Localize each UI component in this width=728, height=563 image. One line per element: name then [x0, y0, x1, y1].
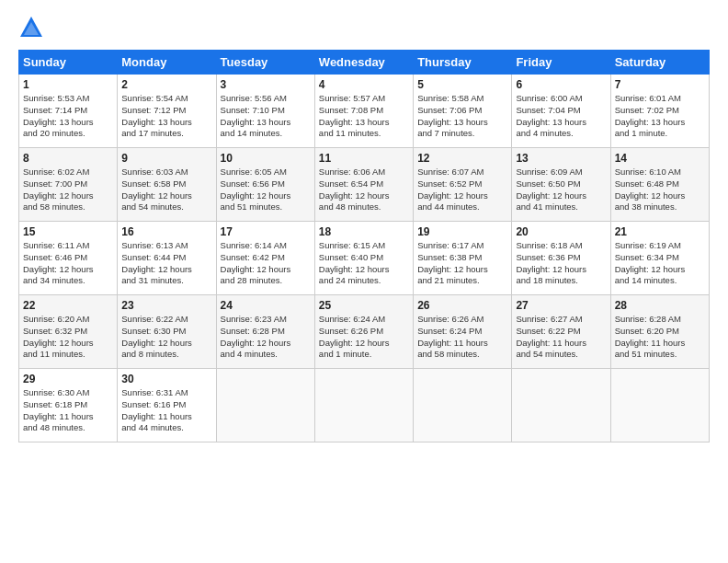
- day-number: 25: [319, 299, 409, 312]
- logo: [18, 15, 48, 40]
- calendar-cell: [314, 369, 413, 442]
- day-info: Sunrise: 6:03 AM Sunset: 6:58 PM Dayligh…: [121, 167, 211, 213]
- day-number: 10: [221, 152, 311, 165]
- calendar-cell: 20Sunrise: 6:18 AM Sunset: 6:36 PM Dayli…: [512, 222, 610, 295]
- calendar-cell: 24Sunrise: 6:23 AM Sunset: 6:28 PM Dayli…: [216, 295, 314, 369]
- day-info: Sunrise: 6:14 AM Sunset: 6:42 PM Dayligh…: [221, 240, 311, 287]
- calendar-week-row: 8Sunrise: 6:02 AM Sunset: 7:00 PM Daylig…: [19, 148, 710, 222]
- calendar-cell: 23Sunrise: 6:22 AM Sunset: 6:30 PM Dayli…: [118, 295, 216, 369]
- day-number: 22: [23, 299, 113, 312]
- day-info: Sunrise: 6:00 AM Sunset: 7:04 PM Dayligh…: [516, 93, 606, 140]
- day-number: 1: [23, 78, 113, 91]
- day-info: Sunrise: 6:17 AM Sunset: 6:38 PM Dayligh…: [417, 240, 507, 287]
- day-info: Sunrise: 6:09 AM Sunset: 6:50 PM Dayligh…: [516, 167, 606, 213]
- day-number: 3: [221, 78, 311, 91]
- calendar-cell: 3Sunrise: 5:56 AM Sunset: 7:10 PM Daylig…: [216, 75, 314, 148]
- day-number: 5: [417, 78, 507, 91]
- day-info: Sunrise: 6:18 AM Sunset: 6:36 PM Dayligh…: [516, 240, 606, 287]
- calendar-cell: 16Sunrise: 6:13 AM Sunset: 6:44 PM Dayli…: [118, 222, 216, 295]
- day-info: Sunrise: 6:22 AM Sunset: 6:30 PM Dayligh…: [121, 314, 211, 361]
- calendar-cell: [512, 369, 610, 442]
- calendar-cell: 15Sunrise: 6:11 AM Sunset: 6:46 PM Dayli…: [19, 222, 118, 295]
- calendar-cell: 1Sunrise: 5:53 AM Sunset: 7:14 PM Daylig…: [19, 75, 118, 148]
- logo-icon: [18, 15, 44, 40]
- day-number: 13: [516, 152, 606, 165]
- calendar-cell: 5Sunrise: 5:58 AM Sunset: 7:06 PM Daylig…: [414, 75, 512, 148]
- day-info: Sunrise: 6:24 AM Sunset: 6:26 PM Dayligh…: [319, 314, 409, 361]
- calendar-week-row: 15Sunrise: 6:11 AM Sunset: 6:46 PM Dayli…: [19, 222, 710, 295]
- day-number: 12: [417, 152, 507, 165]
- page: SundayMondayTuesdayWednesdayThursdayFrid…: [0, 0, 728, 563]
- day-info: Sunrise: 6:26 AM Sunset: 6:24 PM Dayligh…: [417, 314, 507, 361]
- calendar-cell: 22Sunrise: 6:20 AM Sunset: 6:32 PM Dayli…: [19, 295, 118, 369]
- day-number: 15: [23, 225, 113, 238]
- day-number: 8: [23, 152, 113, 165]
- day-info: Sunrise: 6:10 AM Sunset: 6:48 PM Dayligh…: [615, 167, 705, 213]
- calendar-cell: 30Sunrise: 6:31 AM Sunset: 6:16 PM Dayli…: [118, 369, 216, 442]
- day-number: 7: [615, 78, 705, 91]
- calendar-cell: 8Sunrise: 6:02 AM Sunset: 7:00 PM Daylig…: [19, 148, 118, 222]
- calendar-cell: 26Sunrise: 6:26 AM Sunset: 6:24 PM Dayli…: [414, 295, 512, 369]
- weekday-header-thursday: Thursday: [414, 51, 512, 75]
- day-number: 21: [615, 225, 705, 238]
- calendar-cell: 28Sunrise: 6:28 AM Sunset: 6:20 PM Dayli…: [610, 295, 709, 369]
- day-number: 9: [121, 152, 211, 165]
- day-info: Sunrise: 6:13 AM Sunset: 6:44 PM Dayligh…: [121, 240, 211, 287]
- day-info: Sunrise: 6:23 AM Sunset: 6:28 PM Dayligh…: [221, 314, 311, 361]
- day-number: 16: [121, 225, 211, 238]
- day-info: Sunrise: 5:58 AM Sunset: 7:06 PM Dayligh…: [417, 93, 507, 140]
- day-number: 29: [23, 373, 113, 385]
- calendar: SundayMondayTuesdayWednesdayThursdayFrid…: [18, 50, 710, 442]
- day-number: 17: [221, 225, 311, 238]
- calendar-cell: 10Sunrise: 6:05 AM Sunset: 6:56 PM Dayli…: [216, 148, 314, 222]
- day-info: Sunrise: 5:56 AM Sunset: 7:10 PM Dayligh…: [221, 93, 311, 140]
- calendar-week-row: 22Sunrise: 6:20 AM Sunset: 6:32 PM Dayli…: [19, 295, 710, 369]
- day-number: 19: [417, 225, 507, 238]
- calendar-cell: 13Sunrise: 6:09 AM Sunset: 6:50 PM Dayli…: [512, 148, 610, 222]
- day-info: Sunrise: 6:15 AM Sunset: 6:40 PM Dayligh…: [319, 240, 409, 287]
- day-number: 14: [615, 152, 705, 165]
- day-info: Sunrise: 6:01 AM Sunset: 7:02 PM Dayligh…: [615, 93, 705, 140]
- day-number: 27: [516, 299, 606, 312]
- day-info: Sunrise: 6:28 AM Sunset: 6:20 PM Dayligh…: [615, 314, 705, 361]
- day-info: Sunrise: 6:06 AM Sunset: 6:54 PM Dayligh…: [319, 167, 409, 213]
- weekday-header-row: SundayMondayTuesdayWednesdayThursdayFrid…: [19, 51, 710, 75]
- weekday-header-tuesday: Tuesday: [216, 51, 314, 75]
- day-info: Sunrise: 6:07 AM Sunset: 6:52 PM Dayligh…: [417, 167, 507, 213]
- weekday-header-sunday: Sunday: [19, 51, 118, 75]
- calendar-cell: 12Sunrise: 6:07 AM Sunset: 6:52 PM Dayli…: [414, 148, 512, 222]
- calendar-cell: 18Sunrise: 6:15 AM Sunset: 6:40 PM Dayli…: [314, 222, 413, 295]
- day-info: Sunrise: 6:11 AM Sunset: 6:46 PM Dayligh…: [23, 240, 113, 287]
- calendar-cell: 25Sunrise: 6:24 AM Sunset: 6:26 PM Dayli…: [314, 295, 413, 369]
- day-info: Sunrise: 6:30 AM Sunset: 6:18 PM Dayligh…: [23, 387, 113, 434]
- day-info: Sunrise: 6:02 AM Sunset: 7:00 PM Dayligh…: [23, 167, 113, 213]
- calendar-cell: 29Sunrise: 6:30 AM Sunset: 6:18 PM Dayli…: [19, 369, 118, 442]
- calendar-cell: 14Sunrise: 6:10 AM Sunset: 6:48 PM Dayli…: [610, 148, 709, 222]
- day-number: 6: [516, 78, 606, 91]
- calendar-cell: 6Sunrise: 6:00 AM Sunset: 7:04 PM Daylig…: [512, 75, 610, 148]
- day-number: 2: [121, 78, 211, 91]
- calendar-cell: 9Sunrise: 6:03 AM Sunset: 6:58 PM Daylig…: [118, 148, 216, 222]
- day-info: Sunrise: 6:05 AM Sunset: 6:56 PM Dayligh…: [221, 167, 311, 213]
- calendar-cell: [414, 369, 512, 442]
- day-info: Sunrise: 6:31 AM Sunset: 6:16 PM Dayligh…: [121, 387, 211, 434]
- day-number: 24: [221, 299, 311, 312]
- calendar-cell: 4Sunrise: 5:57 AM Sunset: 7:08 PM Daylig…: [314, 75, 413, 148]
- weekday-header-monday: Monday: [118, 51, 216, 75]
- calendar-cell: 7Sunrise: 6:01 AM Sunset: 7:02 PM Daylig…: [610, 75, 709, 148]
- day-number: 26: [417, 299, 507, 312]
- calendar-cell: 17Sunrise: 6:14 AM Sunset: 6:42 PM Dayli…: [216, 222, 314, 295]
- calendar-cell: 2Sunrise: 5:54 AM Sunset: 7:12 PM Daylig…: [118, 75, 216, 148]
- day-info: Sunrise: 6:19 AM Sunset: 6:34 PM Dayligh…: [615, 240, 705, 287]
- day-number: 11: [319, 152, 409, 165]
- day-number: 23: [121, 299, 211, 312]
- day-number: 4: [319, 78, 409, 91]
- calendar-week-row: 29Sunrise: 6:30 AM Sunset: 6:18 PM Dayli…: [19, 369, 710, 442]
- calendar-cell: [610, 369, 709, 442]
- weekday-header-friday: Friday: [512, 51, 610, 75]
- header: [18, 15, 710, 40]
- weekday-header-saturday: Saturday: [610, 51, 709, 75]
- calendar-cell: 21Sunrise: 6:19 AM Sunset: 6:34 PM Dayli…: [610, 222, 709, 295]
- calendar-cell: 27Sunrise: 6:27 AM Sunset: 6:22 PM Dayli…: [512, 295, 610, 369]
- day-number: 30: [121, 373, 211, 385]
